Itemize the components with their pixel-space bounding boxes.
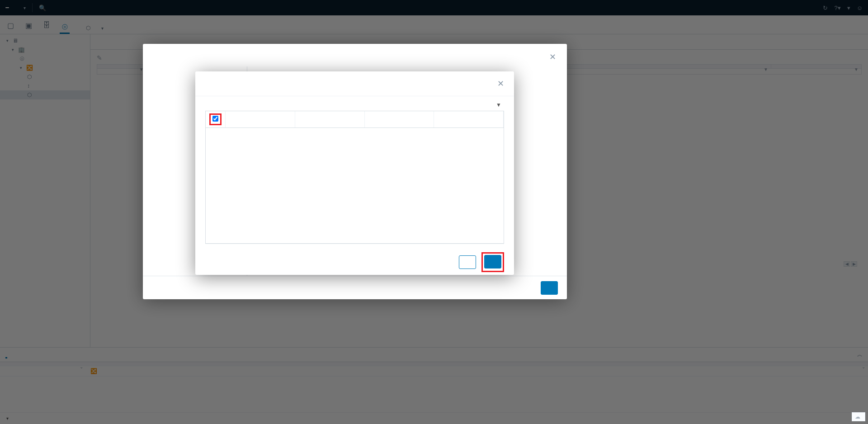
- filter-bar[interactable]: ▼: [205, 102, 504, 111]
- col-host-status[interactable]: [295, 111, 364, 128]
- dialog-footer: [195, 250, 514, 275]
- highlight-select-all: [209, 113, 222, 125]
- wizard-title: [154, 52, 244, 62]
- close-icon[interactable]: ✕: [549, 52, 556, 62]
- select-member-hosts-dialog: ✕ ▼: [195, 71, 514, 275]
- wizard-footer: [143, 276, 567, 299]
- col-host[interactable]: [226, 111, 295, 128]
- hosts-table: [206, 111, 504, 128]
- items-count: [205, 244, 504, 250]
- col-vds-status[interactable]: [364, 111, 434, 128]
- cloud-icon: ☁: [855, 414, 860, 420]
- filter-icon: ▼: [496, 102, 501, 108]
- close-icon[interactable]: ✕: [497, 79, 504, 89]
- hosts-table-wrapper: [205, 111, 504, 244]
- dialog-body: ▼: [195, 96, 514, 250]
- next-button[interactable]: [541, 281, 558, 295]
- ok-button[interactable]: [484, 255, 501, 269]
- col-checkbox[interactable]: [206, 111, 226, 128]
- dialog-header: ✕: [195, 71, 514, 96]
- col-cluster[interactable]: [434, 111, 504, 128]
- select-all-checkbox[interactable]: [212, 116, 218, 122]
- watermark: ☁: [852, 412, 865, 421]
- wizard-header: ✕: [143, 44, 567, 66]
- cancel-button[interactable]: [459, 255, 476, 269]
- highlight-ok: [481, 252, 504, 272]
